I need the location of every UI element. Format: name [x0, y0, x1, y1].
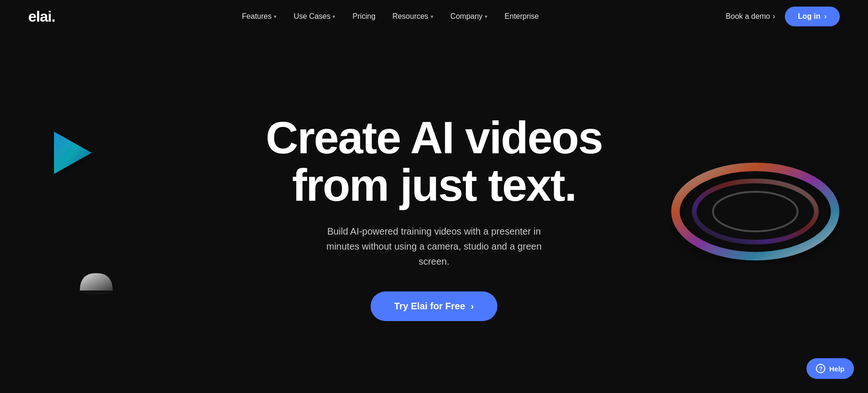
decorative-ring-shape	[671, 160, 830, 254]
help-button[interactable]: ? Help	[806, 358, 854, 379]
nav-item-enterprise[interactable]: Enterprise	[504, 12, 539, 21]
nav-right: Book a demo › Log in ›	[726, 7, 840, 26]
hero-title: Create AI videos from just text.	[266, 114, 603, 209]
book-demo-button[interactable]: Book a demo ›	[726, 12, 775, 21]
chevron-down-icon: ▾	[333, 14, 335, 20]
login-button[interactable]: Log in ›	[785, 7, 840, 26]
hero-section: Create AI videos from just text. Build A…	[0, 33, 868, 393]
svg-point-4	[713, 192, 798, 231]
decorative-dome-shape	[78, 271, 110, 290]
navbar: elai. Features ▾ Use Cases ▾ Pricing Res…	[0, 0, 868, 33]
nav-item-use-cases[interactable]: Use Cases ▾	[294, 12, 335, 21]
nav-item-resources[interactable]: Resources ▾	[392, 12, 433, 21]
arrow-right-icon: ›	[824, 12, 827, 21]
help-icon: ?	[816, 364, 825, 373]
arrow-right-icon: ›	[471, 301, 474, 312]
logo[interactable]: elai.	[28, 8, 55, 25]
cta-button[interactable]: Try Elai for Free ›	[371, 291, 497, 321]
arrow-right-icon: ›	[773, 12, 775, 21]
chevron-down-icon: ▾	[485, 14, 488, 20]
hero-subtitle: Build AI-powered training videos with a …	[312, 224, 556, 269]
nav-links: Features ▾ Use Cases ▾ Pricing Resources…	[242, 12, 539, 21]
chevron-down-icon: ▾	[431, 14, 434, 20]
nav-item-features[interactable]: Features ▾	[242, 12, 277, 21]
svg-marker-0	[54, 132, 92, 174]
chevron-down-icon: ▾	[274, 14, 277, 20]
nav-item-company[interactable]: Company ▾	[450, 12, 488, 21]
nav-item-pricing[interactable]: Pricing	[352, 12, 375, 21]
decorative-play-shape	[47, 127, 99, 179]
